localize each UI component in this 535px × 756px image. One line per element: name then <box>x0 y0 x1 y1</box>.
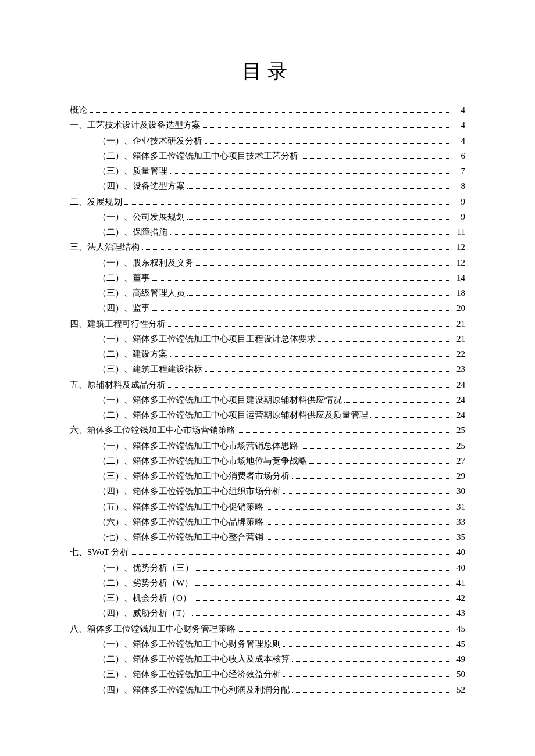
toc-leader-dots <box>192 615 451 616</box>
toc-entry-page: 6 <box>454 148 465 163</box>
toc-leader-dots <box>309 463 451 464</box>
toc-entry-page: 9 <box>454 194 465 209</box>
toc-leader-dots <box>152 280 451 281</box>
toc-entry-page: 25 <box>454 438 465 453</box>
toc-entry: （一）、箱体多工位镗铣加工中心项目工程设计总体要求21 <box>70 331 465 346</box>
toc-entry: 八、箱体多工位镗钱加工中心财务管理策略45 <box>70 621 465 636</box>
toc-entry-text: 八、箱体多工位镗钱加工中心财务管理策略 <box>70 621 236 636</box>
toc-entry-page: 40 <box>454 560 465 575</box>
toc-entry: （三）、箱体多工位镗铣加工中心经济效益分析50 <box>70 667 465 682</box>
toc-entry-text: （七）、箱体多工位镗铣加工中心整合营销 <box>98 529 263 544</box>
toc-leader-dots <box>196 570 451 571</box>
toc-leader-dots <box>318 341 451 342</box>
toc-entry-page: 12 <box>454 255 465 270</box>
toc-leader-dots <box>266 509 451 510</box>
toc-leader-dots <box>170 356 451 357</box>
toc-entry: （一）、股东权利及义务12 <box>70 255 465 270</box>
toc-entry-text: （二）、保障措施 <box>98 224 167 239</box>
toc-entry-page: 21 <box>454 331 465 346</box>
toc-entry: （三）、质量管理7 <box>70 163 465 178</box>
toc-leader-dots <box>301 158 451 159</box>
toc-leader-dots <box>142 249 451 250</box>
toc-leader-dots <box>131 554 451 555</box>
toc-leader-dots <box>170 234 451 235</box>
toc-leader-dots <box>195 585 451 586</box>
toc-entry: （二）、董事14 <box>70 270 465 285</box>
toc-entry-page: 45 <box>454 636 465 651</box>
toc-entry: 三、法人治理结构12 <box>70 239 465 255</box>
toc-entry-text: （三）、箱体多工位镗铣加工中心消费者市场分析 <box>98 468 290 483</box>
toc-entry-text: （二）、劣势分析（W） <box>98 575 193 590</box>
toc-entry-page: 43 <box>454 605 465 621</box>
toc-entry-text: 六、箱体多工位镗钱加工中心市场营销策略 <box>70 422 236 438</box>
toc-entry-text: 一、工艺技术设计及设备选型方案 <box>70 117 201 132</box>
toc-leader-dots <box>283 646 451 647</box>
toc-entry: （四）、设备选型方案8 <box>70 178 465 194</box>
toc-entry-text: （二）、箱体多工位镗铣加工中心项目运营期原辅材料供应及质量管理 <box>98 407 368 422</box>
toc-entry-page: 50 <box>454 667 465 682</box>
toc-entry-text: （一）、箱体多工位镗铣加工中心市场营销总体思路 <box>98 438 298 453</box>
toc-entry-text: 四、建筑工程可行性分析 <box>70 316 166 331</box>
toc-leader-dots <box>292 661 451 662</box>
toc-entry-text: （二）、箱体多工位镗铣加工中心收入及成本核算 <box>98 651 290 667</box>
toc-entry-page: 42 <box>454 590 465 605</box>
toc-entry: （七）、箱体多工位镗铣加工中心整合营销35 <box>70 529 465 544</box>
toc-entry: （一）、箱体多工位镗铣加工中心市场营销总体思路25 <box>70 438 465 453</box>
toc-entry: （二）、箱体多工位镗铣加工中心项目技术工艺分析6 <box>70 148 465 163</box>
toc-leader-dots <box>194 600 451 601</box>
toc-entry-page: 4 <box>454 133 465 148</box>
toc-entry-text: （三）、高级管理人员 <box>98 285 185 300</box>
toc-entry-page: 41 <box>454 575 465 590</box>
toc-entry: （四）、监事20 <box>70 300 465 316</box>
toc-entry: （一）、箱体多工位镗铣加工中心财务管理原则45 <box>70 636 465 651</box>
toc-entry-text: （二）、箱体多工位镗铣加工中心项目技术工艺分析 <box>98 148 298 163</box>
toc-entry-page: 12 <box>454 239 465 255</box>
toc-entry-text: （一）、箱体多工位镗铣加工中心项目建设期原辅材料供应情况 <box>98 392 342 407</box>
toc-entry-text: （二）、建设方案 <box>98 346 167 361</box>
toc-entry-text: 二、发展规划 <box>70 194 122 209</box>
toc-entry: （一）、优势分析（三）40 <box>70 560 465 575</box>
toc-entry-text: （三）、建筑工程建设指标 <box>98 361 202 377</box>
toc-entry-text: （一）、企业技术研发分析 <box>98 133 202 148</box>
toc-leader-dots <box>168 387 451 388</box>
toc-entry-page: 9 <box>454 209 465 224</box>
toc-entry-page: 24 <box>454 407 465 422</box>
toc-leader-dots <box>283 676 451 677</box>
toc-entry-page: 11 <box>454 224 465 239</box>
toc-container: 概论4一、工艺技术设计及设备选型方案4（一）、企业技术研发分析4（二）、箱体多工… <box>70 102 465 697</box>
toc-entry-text: （四）、监事 <box>98 300 150 316</box>
toc-entry-page: 8 <box>454 178 465 194</box>
toc-entry-page: 18 <box>454 285 465 300</box>
toc-entry: 四、建筑工程可行性分析21 <box>70 316 465 331</box>
toc-leader-dots <box>301 448 451 449</box>
toc-entry-page: 33 <box>454 514 465 529</box>
toc-entry: （二）、箱体多工位镗铣加工中心收入及成本核算49 <box>70 651 465 667</box>
toc-leader-dots <box>196 265 451 266</box>
toc-leader-dots <box>266 539 451 540</box>
toc-entry-page: 25 <box>454 422 465 438</box>
toc-leader-dots <box>205 371 451 372</box>
toc-entry-page: 4 <box>454 102 465 117</box>
toc-entry: （四）、威胁分析（T）43 <box>70 605 465 621</box>
toc-leader-dots <box>283 493 451 494</box>
toc-entry-page: 24 <box>454 392 465 407</box>
toc-leader-dots <box>292 478 451 479</box>
toc-entry: （一）、企业技术研发分析4 <box>70 133 465 148</box>
toc-entry: 七、SWoT 分析40 <box>70 544 465 560</box>
toc-entry-text: （六）、箱体多工位镗铣加工中心品牌策略 <box>98 514 263 529</box>
toc-entry-text: （二）、箱体多工位镗铣加工中心市场地位与竞争战略 <box>98 453 307 468</box>
toc-entry-page: 4 <box>454 117 465 132</box>
toc-entry-page: 40 <box>454 544 465 560</box>
toc-entry-text: 概论 <box>70 102 87 117</box>
toc-leader-dots <box>238 432 451 433</box>
toc-entry: （二）、劣势分析（W）41 <box>70 575 465 590</box>
toc-entry: （二）、保障措施11 <box>70 224 465 239</box>
toc-leader-dots <box>187 188 451 189</box>
toc-entry-page: 27 <box>454 453 465 468</box>
toc-leader-dots <box>292 692 451 693</box>
toc-leader-dots <box>205 143 451 144</box>
toc-entry-text: （一）、股东权利及义务 <box>98 255 194 270</box>
toc-leader-dots <box>124 204 451 205</box>
toc-leader-dots <box>187 295 451 296</box>
toc-entry: （三）、建筑工程建设指标23 <box>70 361 465 377</box>
